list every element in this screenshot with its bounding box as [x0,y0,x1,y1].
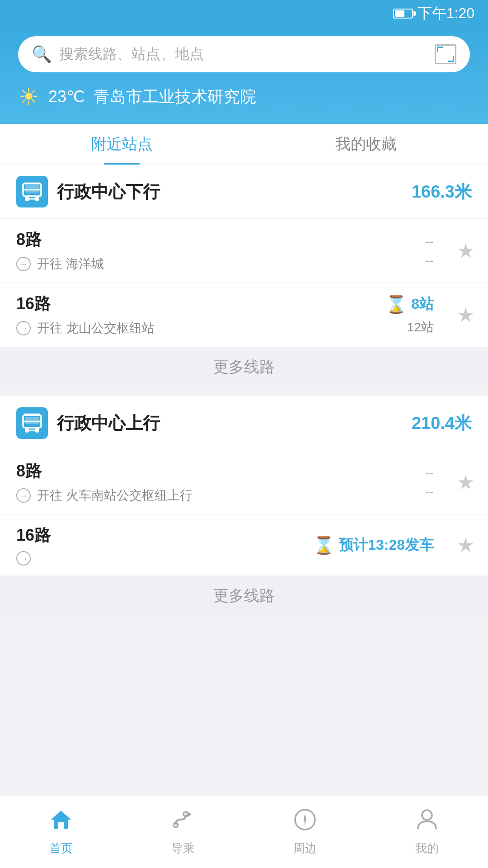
favorite-btn-1-2[interactable]: ★ [443,283,488,347]
weather-row: ☀ 23℃ 青岛市工业技术研究院 [18,83,470,110]
hourglass-icon-2-2: ⌛ [313,535,334,555]
weather-temp: 23℃ [48,87,84,106]
bus-stop-icon-2 [16,407,48,439]
status-time: 下午1:20 [418,4,474,24]
bottom-nav: 首页 导乘 周边 [0,796,488,868]
route-status-1-2: ⌛ 8站 12站 [361,283,443,347]
svg-marker-18 [51,811,71,829]
search-bar[interactable]: 🔍 搜索线路、站点、地点 [18,36,470,72]
direction-arrow-icon-2-2: → [16,551,31,566]
station-distance-1: 166.3米 [412,180,472,203]
nav-item-home[interactable]: 首页 [0,796,122,868]
route-number-2-2: 16路 [16,524,288,547]
route-icon [171,808,195,837]
compass-icon [293,808,317,837]
bus-stop-icon-1 [16,176,48,208]
station-header-1: 行政中心下行 166.3米 [0,165,488,218]
svg-point-3 [25,197,29,201]
favorite-btn-1-1[interactable]: ★ [443,219,488,283]
route-row-1-2: 16路 → 开往 龙山公交枢纽站 ⌛ 8站 12站 ★ [0,283,488,347]
direction-arrow-icon-1-1: → [16,257,31,271]
svg-rect-10 [25,417,39,424]
person-icon [415,808,439,837]
svg-rect-8 [24,182,40,184]
station-header-2: 行政中心上行 210.4米 [0,396,488,450]
station-distance-2: 210.4米 [412,412,472,435]
direction-arrow-icon-2-1: → [16,488,31,503]
more-routes-btn-1[interactable]: 更多线路 [0,347,488,387]
station-name-2: 行政中心上行 [57,412,160,435]
route-number-2-1: 8路 [16,460,345,482]
direction-arrow-icon-1-2: → [16,321,31,335]
svg-rect-1 [25,185,39,193]
route-direction-text-2-1: 开往 火车南站公交枢纽上行 [37,487,192,504]
more-routes-btn-2[interactable]: 更多线路 [0,576,488,616]
nav-label-home: 首页 [49,840,73,856]
nav-label-nearby: 周边 [293,840,317,856]
search-icon: 🔍 [32,45,52,64]
route-row-2-1: 8路 → 开往 火车南站公交枢纽上行 -- -- ★ [0,450,488,514]
favorite-btn-2-2[interactable]: ★ [443,514,488,576]
hourglass-icon-1-2: ⌛ [385,294,407,314]
star-icon-1-2: ★ [457,303,474,326]
tab-bar: 附近站点 我的收藏 [0,124,488,165]
nav-item-mine[interactable]: 我的 [366,796,488,868]
route-status-2-2: ⌛ 预计13:28发车 [304,514,443,576]
route-status-2-1: -- -- [361,450,443,514]
favorite-btn-2-1[interactable]: ★ [443,450,488,514]
svg-point-24 [304,818,306,821]
nav-item-guide[interactable]: 导乘 [122,796,244,868]
scan-icon[interactable] [435,44,456,64]
header: 🔍 搜索线路、站点、地点 ☀ 23℃ 青岛市工业技术研究院 [0,27,488,124]
status-bar: 下午1:20 [0,0,488,27]
station-section-1: 行政中心下行 166.3米 8路 → 开往 海洋城 -- -- ★ [0,165,488,387]
route-direction-text-1-2: 开往 龙山公交枢纽站 [37,320,155,337]
svg-point-13 [35,428,39,433]
tab-favorites[interactable]: 我的收藏 [244,124,488,165]
nav-item-nearby[interactable]: 周边 [244,796,366,868]
route-direction-text-1-1: 开往 海洋城 [37,255,104,273]
svg-point-25 [422,810,432,820]
route-number-1-1: 8路 [16,229,345,251]
content-area: 行政中心下行 166.3米 8路 → 开往 海洋城 -- -- ★ [0,165,488,816]
star-icon-2-2: ★ [457,533,474,557]
nav-label-guide: 导乘 [171,840,195,856]
route-number-1-2: 16路 [16,293,345,315]
battery-icon [393,9,413,19]
star-icon-1-1: ★ [457,239,474,262]
route-row-1-1: 8路 → 开往 海洋城 -- -- ★ [0,218,488,283]
nav-label-mine: 我的 [415,840,439,856]
station-name-1: 行政中心下行 [57,180,160,203]
svg-point-4 [35,197,39,201]
route-status-1-1: -- -- [361,219,443,283]
tab-nearby[interactable]: 附近站点 [0,124,244,165]
home-icon [49,808,73,837]
svg-rect-17 [24,413,40,416]
svg-point-12 [25,428,29,433]
star-icon-2-1: ★ [457,471,474,494]
sun-icon: ☀ [18,83,39,110]
route-row-2-2: 16路 → ⌛ 预计13:28发车 ★ [0,514,488,576]
weather-location: 青岛市工业技术研究院 [94,86,256,108]
search-placeholder: 搜索线路、站点、地点 [59,44,427,64]
station-section-2: 行政中心上行 210.4米 8路 → 开往 火车南站公交枢纽上行 -- -- ★ [0,396,488,616]
